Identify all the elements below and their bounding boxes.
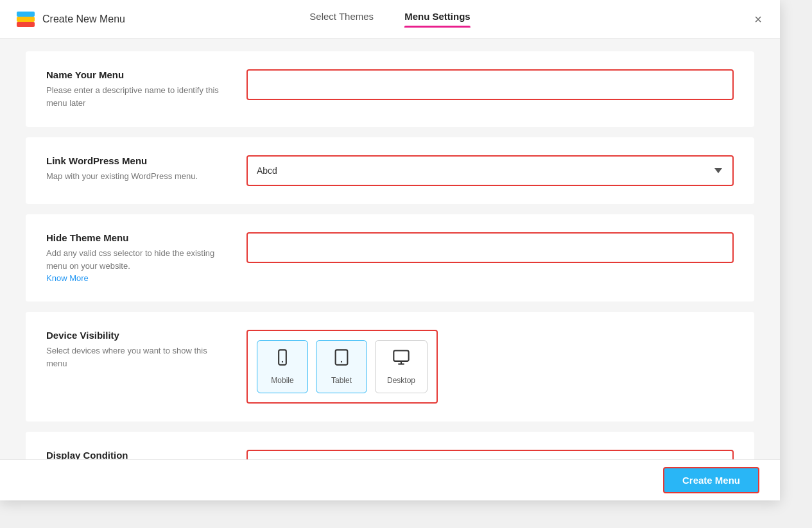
hide-theme-menu-control <box>246 232 734 263</box>
app-logo-icon <box>15 9 36 30</box>
create-menu-button[interactable]: Create Menu <box>663 467 759 493</box>
link-wordpress-menu-control: Abcd Option 2 Option 3 <box>246 155 734 186</box>
create-new-menu-modal: Create New Menu Select Themes Menu Setti… <box>0 0 780 500</box>
wordpress-menu-select[interactable]: Abcd Option 2 Option 3 <box>246 155 734 186</box>
modal-footer: Create Menu <box>0 459 780 500</box>
tabs-container: Select Themes Menu Settings <box>309 11 470 27</box>
modal-title: Create New Menu <box>42 13 125 25</box>
svg-rect-3 <box>279 350 286 364</box>
svg-rect-2 <box>17 12 35 17</box>
desktop-icon <box>392 348 410 371</box>
device-group: Mobile Tablet <box>246 330 438 404</box>
tab-select-themes[interactable]: Select Themes <box>309 11 374 27</box>
name-your-menu-title: Name Your Menu <box>46 69 226 80</box>
hide-theme-menu-label: Hide Theme Menu Add any valid css select… <box>46 232 226 284</box>
link-wordpress-menu-description: Map with your existing WordPress menu. <box>46 170 226 183</box>
name-your-menu-description: Please enter a descriptive name to ident… <box>46 84 226 109</box>
name-your-menu-control <box>246 69 734 100</box>
tablet-label: Tablet <box>331 376 352 385</box>
device-desktop-button[interactable]: Desktop <box>375 340 428 393</box>
svg-rect-0 <box>17 22 35 27</box>
tablet-icon <box>333 348 350 371</box>
hide-theme-menu-title: Hide Theme Menu <box>46 232 226 243</box>
header-left: Create New Menu <box>15 9 125 30</box>
name-your-menu-section: Name Your Menu Please enter a descriptiv… <box>26 51 754 127</box>
hide-theme-menu-section: Hide Theme Menu Add any valid css select… <box>26 214 754 302</box>
hide-theme-menu-description: Add any valid css selector to hide the e… <box>46 247 226 272</box>
mobile-label: Mobile <box>271 376 293 385</box>
device-mobile-button[interactable]: Mobile <box>257 340 308 393</box>
modal-header: Create New Menu Select Themes Menu Setti… <box>0 0 780 38</box>
display-condition-control: Show on all pages Show on specific pages… <box>246 450 734 459</box>
modal-body: Name Your Menu Please enter a descriptiv… <box>0 38 780 459</box>
link-wordpress-menu-label: Link WordPress Menu Map with your existi… <box>46 155 226 183</box>
device-visibility-description: Select devices where you want to show th… <box>46 345 226 370</box>
tab-menu-settings[interactable]: Menu Settings <box>404 11 471 27</box>
desktop-label: Desktop <box>387 376 415 385</box>
display-condition-title: Display Condition <box>46 450 226 459</box>
display-condition-section: Display Condition Select specific pages … <box>26 432 754 459</box>
hide-theme-menu-input[interactable] <box>246 232 734 263</box>
svg-rect-1 <box>17 17 35 22</box>
device-visibility-control: Mobile Tablet <box>246 330 734 404</box>
svg-rect-5 <box>336 350 348 364</box>
display-condition-label: Display Condition Select specific pages … <box>46 450 226 459</box>
know-more-link[interactable]: Know More <box>46 273 89 283</box>
mobile-icon <box>273 348 291 371</box>
link-wordpress-menu-section: Link WordPress Menu Map with your existi… <box>26 137 754 204</box>
close-button[interactable]: × <box>752 10 764 28</box>
link-wordpress-menu-title: Link WordPress Menu <box>46 155 226 166</box>
name-your-menu-label: Name Your Menu Please enter a descriptiv… <box>46 69 226 109</box>
display-condition-select[interactable]: Show on all pages Show on specific pages… <box>246 450 734 459</box>
device-visibility-section: Device Visibility Select devices where y… <box>26 312 754 422</box>
menu-name-input[interactable] <box>246 69 734 100</box>
device-tablet-button[interactable]: Tablet <box>316 340 367 393</box>
device-visibility-label: Device Visibility Select devices where y… <box>46 330 226 370</box>
svg-rect-7 <box>393 351 408 361</box>
device-visibility-title: Device Visibility <box>46 330 226 341</box>
